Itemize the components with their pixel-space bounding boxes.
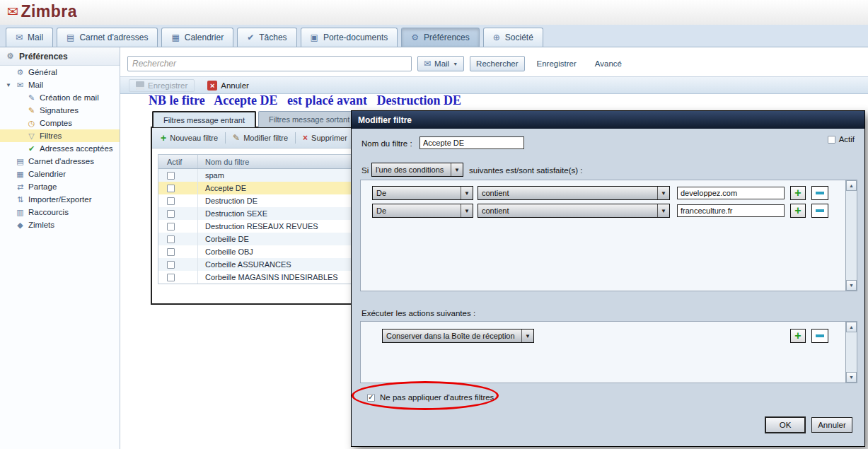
tab-porte-documents[interactable]: ▣ Porte-documents	[301, 28, 398, 47]
scroll-up-icon[interactable]: ▲	[846, 180, 857, 191]
chevron-down-icon: ▼	[461, 204, 473, 217]
conditions-list: De ▼ contient ▼ +	[360, 180, 857, 291]
shortcut-icon: ▥	[16, 208, 25, 217]
toolbar-divider	[295, 132, 296, 144]
share-icon: ⇄	[16, 182, 25, 192]
chevron-down-icon: ▼	[453, 62, 458, 66]
condition-operator-select[interactable]: contient ▼	[478, 186, 670, 200]
delete-filter-button[interactable]: × Supprimer	[303, 133, 347, 143]
dialog-cancel-button[interactable]: Annuler	[811, 417, 852, 433]
contacts-icon: ▤	[66, 33, 74, 42]
tab-societe[interactable]: ⊕ Société	[483, 28, 543, 47]
add-action-button[interactable]: +	[790, 329, 806, 343]
preferences-sidebar: ⚙ Préférences ⚙ Général ▼ ✉ Mail ✎ Créat…	[0, 47, 120, 449]
advanced-search-button[interactable]: Avancé	[589, 59, 628, 68]
scroll-up-icon[interactable]: ▲	[846, 322, 857, 332]
sidebar-item-importer-exporter[interactable]: ⇅ Importer/Exporter	[0, 193, 120, 206]
filter-active-checkbox[interactable]	[167, 197, 175, 205]
dialog-title-bar[interactable]: Modifier filtre	[352, 111, 864, 129]
gear-icon: ⚙	[411, 33, 419, 42]
filter-active-checkbox[interactable]	[167, 261, 175, 269]
save-search-button[interactable]: Enregistrer	[531, 59, 583, 68]
new-filter-button[interactable]: + Nouveau filtre	[161, 132, 218, 144]
filter-active-checkbox[interactable]	[167, 223, 175, 231]
tab-preferences[interactable]: ⚙ Préférences	[401, 28, 479, 47]
sidebar-item-creation-de-mail[interactable]: ✎ Création de mail	[0, 91, 120, 104]
sidebar-item-signatures[interactable]: ✎ Signatures	[0, 104, 120, 117]
stop-filters-checkbox[interactable]: ✓	[367, 394, 375, 402]
sidebar-item-adresses-acceptees[interactable]: ✔ Adresses acceptées	[0, 142, 120, 155]
remove-action-button[interactable]	[811, 329, 828, 343]
tab-calendrier[interactable]: ▦ Calendrier	[161, 28, 233, 47]
zimlet-icon: ◆	[16, 221, 25, 230]
edit-filter-button[interactable]: ✎ Modifier filtre	[233, 133, 288, 143]
remove-condition-button[interactable]	[811, 204, 828, 218]
scroll-down-icon[interactable]: ▼	[846, 280, 857, 291]
remove-condition-button[interactable]	[811, 186, 828, 200]
search-scope-dropdown[interactable]: ✉ Mail ▼	[417, 56, 464, 71]
active-checkbox[interactable]	[828, 136, 835, 144]
condition-field-select[interactable]: De ▼	[372, 204, 473, 218]
condition-row: De ▼ contient ▼ +	[372, 204, 828, 218]
plus-icon: +	[794, 330, 801, 342]
ok-button[interactable]: OK	[765, 417, 805, 433]
minus-icon	[816, 209, 824, 212]
filter-active-checkbox[interactable]	[167, 185, 175, 192]
save-disk-icon	[136, 81, 144, 90]
actions-scrollbar[interactable]: ▲ ▼	[845, 322, 857, 383]
stop-filters-label: Ne pas appliquer d'autres filtres	[380, 393, 494, 402]
scroll-down-icon[interactable]: ▼	[846, 372, 857, 383]
stop-filters-row: ✓ Ne pas appliquer d'autres filtres	[367, 393, 494, 402]
sidebar-title: ⚙ Préférences	[0, 47, 120, 66]
app-tab-bar: ✉ Mail ▤ Carnet d'adresses ▦ Calendrier …	[0, 25, 868, 47]
action-select[interactable]: Conserver dans la Boîte de réception ▼	[382, 329, 534, 343]
signature-icon: ✎	[27, 106, 36, 115]
search-bar: ✉ Mail ▼ Rechercher Enregistrer Avancé	[127, 55, 628, 72]
sidebar-item-carnet-adresses[interactable]: ▤ Carnet d'adresses	[0, 155, 120, 168]
filter-active-checkbox[interactable]	[167, 274, 175, 281]
sidebar-item-filtres[interactable]: ▽ Filtres	[0, 129, 120, 142]
cancel-button[interactable]: × Annuler	[202, 79, 255, 92]
tab-mail[interactable]: ✉ Mail	[6, 28, 53, 47]
sidebar-item-calendrier[interactable]: ▦ Calendrier	[0, 168, 120, 180]
chevron-down-icon[interactable]: ▼	[6, 82, 12, 88]
sidebar-item-raccourcis[interactable]: ▥ Raccourcis	[0, 206, 120, 218]
filter-active-checkbox[interactable]	[167, 248, 175, 256]
tab-filtres-entrant[interactable]: Filtres message entrant	[152, 111, 256, 127]
condition-operator-select[interactable]: contient ▼	[478, 204, 670, 218]
condition-field-select[interactable]: De ▼	[372, 186, 473, 200]
condition-value-input[interactable]	[677, 187, 785, 199]
sidebar-item-mail[interactable]: ▼ ✉ Mail	[0, 78, 120, 91]
tab-filtres-sortant[interactable]: Filtres message sortant	[258, 111, 360, 127]
tab-label: Porte-documents	[323, 33, 388, 42]
tab-label: Tâches	[259, 33, 287, 42]
conditions-mode-select[interactable]: l'une des conditions ▼	[371, 163, 463, 177]
filter-active-checkbox[interactable]	[167, 172, 175, 180]
filter-active-checkbox[interactable]	[167, 210, 175, 218]
briefcase-icon: ▣	[311, 33, 318, 42]
active-checkbox-row: Actif	[828, 135, 855, 144]
save-button[interactable]: Enregistrer	[129, 79, 195, 92]
actions-list: Conserver dans la Boîte de réception ▼ +…	[360, 321, 857, 383]
logo-bar: ✉ Zimbra	[0, 0, 868, 25]
tab-carnet-adresses[interactable]: ▤ Carnet d'adresses	[57, 28, 158, 47]
plus-icon: +	[794, 204, 801, 217]
filter-active-checkbox[interactable]	[167, 235, 175, 243]
search-input[interactable]	[127, 56, 412, 71]
mail-icon: ✉	[16, 33, 23, 42]
filter-icon: ▽	[27, 132, 36, 141]
sidebar-item-comptes[interactable]: ◷ Comptes	[0, 117, 120, 129]
add-condition-button[interactable]: +	[790, 204, 806, 218]
sidebar-item-general[interactable]: ⚙ Général	[0, 66, 120, 78]
add-condition-button[interactable]: +	[790, 186, 806, 200]
action-row: Conserver dans la Boîte de réception ▼	[382, 329, 534, 343]
filter-name-input[interactable]	[419, 136, 524, 149]
conditions-scrollbar[interactable]: ▲ ▼	[845, 180, 857, 291]
search-button[interactable]: Rechercher	[470, 56, 524, 71]
sidebar-item-zimlets[interactable]: ◆ Zimlets	[0, 218, 120, 231]
tab-taches[interactable]: ✔ Tâches	[237, 28, 296, 47]
condition-value-input[interactable]	[677, 204, 785, 217]
contacts-icon: ▤	[16, 157, 25, 166]
zimbra-logo: ✉ Zimbra	[7, 2, 77, 21]
sidebar-item-partage[interactable]: ⇄ Partage	[0, 180, 120, 193]
